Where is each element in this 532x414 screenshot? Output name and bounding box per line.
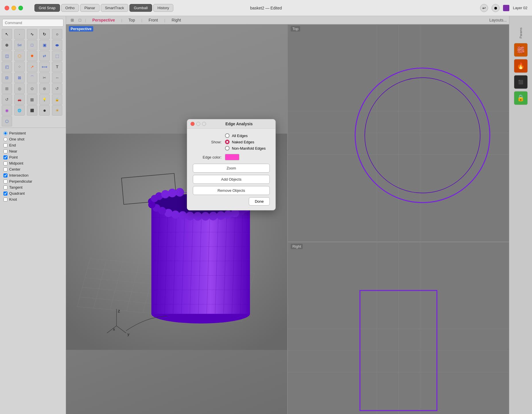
layouts-button[interactable]: Layouts...	[489, 18, 507, 22]
transform-tool[interactable]: ◫	[2, 51, 12, 61]
hatch-tool[interactable]: ▦	[27, 94, 37, 105]
snap-end-check[interactable]	[3, 143, 7, 147]
snap-point-row[interactable]: Point	[3, 154, 62, 160]
snap-perpendicular-row[interactable]: Perpendicular	[3, 178, 62, 184]
history-button[interactable]: History	[153, 4, 173, 12]
light-tool[interactable]: 💡	[39, 94, 50, 105]
snap-persistent-row[interactable]: Persistent	[3, 130, 62, 136]
fillet-tool[interactable]: ⌒	[27, 73, 37, 83]
sphere-tool[interactable]: ●	[39, 105, 50, 116]
snap-intersection-check[interactable]	[3, 173, 7, 177]
explode-tool[interactable]: ✸	[27, 51, 37, 61]
snap-midpoint-row[interactable]: Midpoint	[3, 160, 62, 166]
render-tool[interactable]: ⬛	[27, 105, 37, 116]
sun-tool[interactable]: ☀	[52, 105, 62, 116]
perspective-viewport[interactable]: Perspective	[66, 24, 287, 414]
gumball-button[interactable]: Gumball	[129, 4, 152, 12]
select-tool[interactable]: ↖	[2, 29, 12, 39]
curve-tool[interactable]: ∿	[27, 29, 37, 39]
pts-on-tool[interactable]: ⁘	[14, 62, 25, 72]
layer-color-swatch[interactable]	[503, 5, 509, 11]
non-manifold-radio[interactable]	[225, 146, 230, 151]
grid-tool[interactable]: ⊞	[2, 83, 12, 94]
back-button[interactable]: ↩	[480, 4, 488, 12]
snap-tangent-row[interactable]: Tangent	[3, 184, 62, 190]
dialog-max-btn[interactable]	[202, 122, 206, 126]
color-tool[interactable]: ◉	[2, 105, 12, 116]
viewport-single-icon[interactable]: □	[76, 17, 83, 24]
grid-snap-button[interactable]: Grid Snap	[34, 4, 60, 12]
globe-tool[interactable]: 🌐	[14, 105, 25, 116]
panel-icon-1[interactable]: 🧱	[514, 43, 528, 57]
snap-intersection-row[interactable]: Intersection	[3, 172, 62, 178]
smart-track-button[interactable]: SmartTrack	[101, 4, 129, 12]
all-edges-row[interactable]: All Edges	[225, 133, 266, 138]
ortho-button[interactable]: Ortho	[61, 4, 79, 12]
mirror-tool[interactable]: ⇄	[39, 51, 50, 61]
non-manifold-edges-row[interactable]: Non-Manifold Edges	[225, 146, 266, 151]
record-button[interactable]: ⏺	[492, 4, 500, 12]
analysis-tool[interactable]: ◎	[14, 83, 25, 94]
align-tool[interactable]: ⟺	[39, 62, 50, 72]
snap-point-check[interactable]	[3, 155, 7, 159]
snap-perpendicular-check[interactable]	[3, 179, 7, 183]
trim-tool[interactable]: ✂	[39, 73, 50, 83]
snap-near-check[interactable]	[3, 149, 7, 153]
naked-edges-row[interactable]: Naked Edges	[225, 140, 266, 144]
snap-knot-row[interactable]: Knot	[3, 196, 62, 202]
viewport-grid-icon[interactable]: ⊞	[68, 17, 76, 24]
snap-oneshot-radio[interactable]	[3, 137, 7, 141]
boolean2-tool[interactable]: ⊠	[14, 73, 25, 83]
snap-persistent-radio[interactable]	[3, 131, 7, 135]
sub-sel-tool[interactable]: ◰	[2, 62, 12, 72]
tab-top[interactable]: Top	[124, 16, 140, 24]
point-tool[interactable]: ·	[14, 29, 25, 39]
dialog-close-btn[interactable]	[191, 122, 195, 126]
zoom2-tool[interactable]: ⊛	[39, 83, 50, 94]
snap-quadrant-row[interactable]: Quadrant	[3, 190, 62, 196]
remove-objects-button[interactable]: Remove Objects	[193, 186, 270, 195]
close-button[interactable]	[5, 6, 9, 10]
car-icon[interactable]: 🚗	[14, 94, 25, 105]
orbit-tool[interactable]: ↺	[52, 83, 62, 94]
snap-knot-check[interactable]	[3, 198, 7, 202]
mesh-tool[interactable]: ⬡	[14, 51, 25, 61]
move-tool[interactable]: ⊕	[2, 40, 12, 50]
tab-perspective[interactable]: Perspective	[88, 16, 120, 24]
snap-oneshot-row[interactable]: One shot	[3, 136, 62, 142]
snap-tool[interactable]: ↺	[2, 94, 12, 105]
rebuild-tool[interactable]: ↗	[27, 62, 37, 72]
block-tool[interactable]: ▣	[39, 40, 50, 50]
zoom-button[interactable]: Zoom	[193, 164, 270, 173]
dim-tool[interactable]: ↔	[52, 73, 62, 83]
rotate-tool[interactable]: ↻	[39, 29, 50, 39]
panel-icon-4[interactable]: 🔒	[514, 91, 528, 105]
tab-right[interactable]: Right	[167, 16, 186, 24]
snap-quadrant-check[interactable]	[3, 192, 7, 196]
add-objects-button[interactable]: Add Objects	[193, 175, 270, 184]
command-input[interactable]	[2, 19, 63, 27]
text-tool[interactable]: T	[52, 62, 62, 72]
planar-button[interactable]: Planar	[80, 4, 100, 12]
snap-center-check[interactable]	[3, 167, 7, 171]
snap-center-row[interactable]: Center	[3, 166, 62, 172]
naked-edges-radio[interactable]	[225, 140, 230, 144]
zoom-tool[interactable]: ⊙	[27, 83, 37, 94]
lock-tool[interactable]: 🔒	[52, 94, 62, 105]
top-viewport[interactable]: Top	[288, 24, 509, 241]
snap-end-row[interactable]: End	[3, 142, 62, 148]
maximize-button[interactable]	[18, 6, 23, 10]
array-tool[interactable]: ⬚	[52, 51, 62, 61]
done-button[interactable]: Done	[249, 197, 270, 206]
dialog-min-btn[interactable]	[196, 122, 200, 126]
subobject-tool[interactable]: Sel	[14, 40, 25, 50]
minimize-button[interactable]	[11, 6, 16, 10]
right-viewport[interactable]: Right	[288, 242, 509, 414]
panel-icon-3[interactable]: ⬛	[514, 75, 528, 89]
boolean-tool[interactable]: ⊟	[2, 73, 12, 83]
tab-front[interactable]: Front	[144, 16, 163, 24]
box-tool[interactable]: □	[27, 40, 37, 50]
all-edges-radio[interactable]	[225, 133, 230, 138]
snap-tangent-check[interactable]	[3, 185, 7, 190]
snap-midpoint-check[interactable]	[3, 161, 7, 165]
